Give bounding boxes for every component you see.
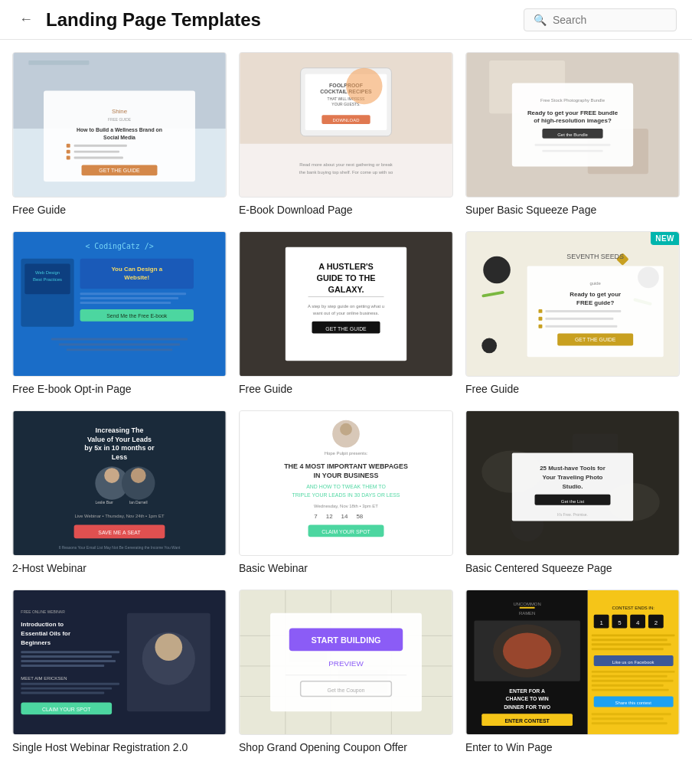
template-name-single-host-webinar: Single Host Webinar Registration 2.0 [12, 741, 227, 753]
template-thumbnail-basic-centered-squeeze: 25 Must-have Tools for Your Traveling Ph… [465, 410, 680, 556]
template-card-basic-centered-squeeze[interactable]: 25 Must-have Tools for Your Traveling Ph… [465, 410, 680, 574]
svg-text:GET THE GUIDE: GET THE GUIDE [575, 337, 616, 342]
svg-text:Get the List: Get the List [561, 499, 585, 504]
svg-rect-9 [74, 145, 127, 147]
svg-text:Website!: Website! [124, 274, 149, 281]
svg-text:GALAXY.: GALAXY. [328, 285, 364, 294]
svg-rect-8 [67, 144, 70, 148]
svg-rect-56 [59, 343, 180, 345]
svg-text:ENTER FOR A: ENTER FOR A [509, 688, 545, 694]
svg-text:Ian Darnell: Ian Darnell [129, 501, 148, 505]
svg-text:6 Reasons Your Email List May : 6 Reasons Your Email List May Not Be Gen… [59, 546, 181, 550]
svg-rect-85 [538, 325, 542, 328]
svg-text:CHANCE TO WIN: CHANCE TO WIN [505, 696, 548, 701]
svg-text:Social Media: Social Media [103, 135, 135, 140]
svg-rect-194 [592, 671, 675, 673]
svg-text:FREE guide?: FREE guide? [576, 299, 614, 306]
svg-text:Live Webinar • Thursday, Nov 2: Live Webinar • Thursday, Nov 24th • 1pm … [74, 514, 164, 518]
template-name-enter-to-win: Enter to Win Page [465, 741, 680, 753]
template-card-free-ebook-optin[interactable]: < CodingCatz /> Web Design Best Practice… [12, 231, 227, 395]
svg-rect-24 [346, 68, 382, 104]
svg-text:GUIDE TO THE: GUIDE TO THE [316, 273, 375, 283]
svg-text:CLAIM YOUR SPOT: CLAIM YOUR SPOT [42, 707, 91, 712]
template-thumbnail-ebook-download: FOOLPROOF COCKTAIL RECIPES THAT WILL IMP… [239, 52, 453, 198]
svg-text:Ready to get your: Ready to get your [570, 291, 621, 298]
svg-text:Less: Less [112, 453, 127, 461]
svg-text:YOUR GUESTS.: YOUR GUESTS. [331, 103, 360, 106]
svg-rect-10 [67, 150, 70, 154]
svg-point-97 [131, 468, 146, 483]
svg-text:Web Design: Web Design [35, 270, 60, 275]
svg-rect-50 [80, 292, 187, 295]
svg-text:want out of your online busine: want out of your online business. [312, 311, 380, 315]
svg-rect-57 [67, 348, 173, 351]
svg-rect-189 [592, 639, 668, 641]
svg-text:Best Practices: Best Practices [33, 277, 62, 282]
svg-rect-86 [545, 325, 617, 328]
template-card-two-host-webinar[interactable]: Increasing The Value of Your Leads by 5x… [12, 410, 227, 574]
svg-rect-11 [74, 151, 119, 153]
svg-text:GET THE GUIDE: GET THE GUIDE [99, 168, 140, 173]
template-name-basic-webinar: Basic Webinar [239, 562, 453, 574]
search-bar[interactable]: 🔍 [524, 8, 677, 31]
svg-rect-12 [67, 156, 70, 160]
svg-text:12: 12 [326, 514, 333, 521]
svg-rect-145 [21, 683, 119, 685]
svg-text:RAMEN: RAMEN [519, 611, 535, 616]
svg-text:DINNER FOR TWO: DINNER FOR TWO [504, 704, 551, 710]
svg-text:CLAIM YOUR SPOT: CLAIM YOUR SPOT [322, 529, 370, 534]
svg-text:Get the Coupon: Get the Coupon [328, 688, 365, 694]
template-card-basic-webinar[interactable]: Hope Pulpit presents: THE 4 MOST IMPORTA… [239, 410, 453, 574]
svg-text:Send Me the Free E-book: Send Me the Free E-book [106, 313, 168, 318]
svg-text:Share this contest: Share this contest [615, 701, 651, 705]
svg-text:guide: guide [589, 281, 601, 286]
svg-text:25 Must-have Tools for: 25 Must-have Tools for [540, 465, 606, 472]
svg-text:58: 58 [356, 514, 363, 521]
svg-text:DOWNLOAD: DOWNLOAD [333, 118, 360, 122]
svg-point-173 [503, 632, 551, 668]
svg-text:< CodingCatz />: < CodingCatz /> [85, 242, 153, 250]
svg-text:Ready to get your FREE bundle: Ready to get your FREE bundle [527, 109, 619, 116]
svg-text:AND HOW TO TWEAK THEM TO: AND HOW TO TWEAK THEM TO [306, 484, 386, 489]
template-card-enter-to-win[interactable]: UNCOMMON RAMEN ENTER FOR A CHANCE TO WIN… [465, 590, 680, 753]
svg-text:Studio.: Studio. [563, 483, 583, 490]
template-card-shop-grand-opening[interactable]: START BUILDING PREVIEW Get the Coupon Sh… [239, 590, 453, 753]
svg-rect-191 [592, 648, 664, 650]
template-thumbnail-free-ebook-optin: < CodingCatz /> Web Design Best Practice… [12, 231, 227, 377]
svg-rect-40 [542, 150, 602, 152]
svg-rect-197 [592, 684, 664, 687]
svg-text:Introduction to: Introduction to [21, 621, 64, 628]
svg-rect-51 [80, 297, 179, 299]
template-name-super-basic-squeeze: Super Basic Squeeze Page [465, 204, 680, 216]
svg-text:PREVIEW: PREVIEW [328, 659, 364, 668]
template-card-free-guide-2[interactable]: A HUSTLER'S GUIDE TO THE GALAXY. A step … [239, 231, 453, 395]
svg-rect-146 [21, 688, 112, 690]
svg-text:by 5x in 10 months or: by 5x in 10 months or [84, 444, 155, 452]
svg-text:14: 14 [341, 514, 348, 521]
search-input[interactable] [553, 14, 667, 26]
back-button[interactable]: ← [15, 9, 37, 31]
svg-text:5: 5 [618, 619, 622, 626]
template-thumbnail-enter-to-win: UNCOMMON RAMEN ENTER FOR A CHANCE TO WIN… [465, 590, 680, 735]
svg-text:Get the Bundle: Get the Bundle [557, 132, 588, 137]
svg-text:of high-resolution images?: of high-resolution images? [534, 117, 612, 124]
svg-rect-83 [538, 317, 542, 321]
svg-rect-52 [80, 302, 171, 304]
svg-point-72 [481, 338, 497, 354]
template-name-basic-centered-squeeze: Basic Centered Squeeze Page [465, 562, 680, 574]
svg-text:It's Free. Promise.: It's Free. Promise. [557, 513, 588, 517]
search-icon: 🔍 [534, 14, 547, 26]
template-card-super-basic-squeeze[interactable]: Free Stock Photography Bundle Ready to g… [465, 52, 680, 216]
template-card-free-guide-3[interactable]: SEVENTH SEEDS guide Ready to get your FR… [465, 231, 680, 395]
template-card-ebook-download[interactable]: FOOLPROOF COCKTAIL RECIPES THAT WILL IMP… [239, 52, 453, 216]
template-thumbnail-two-host-webinar: Increasing The Value of Your Leads by 5x… [12, 410, 227, 556]
svg-point-135 [155, 633, 183, 661]
template-thumbnail-shop-grand-opening: START BUILDING PREVIEW Get the Coupon [239, 590, 453, 735]
svg-rect-198 [592, 689, 669, 691]
template-card-single-host-webinar[interactable]: FREE ONLINE WEBINAR Introduction to Esse… [12, 590, 227, 753]
svg-text:4: 4 [636, 619, 640, 626]
template-card-free-guide-1[interactable]: Shine FREE GUIDE How to Build a Wellness… [12, 52, 227, 216]
svg-text:How to Build a Wellness Brand : How to Build a Wellness Brand on [77, 127, 162, 132]
svg-rect-143 [21, 665, 104, 667]
svg-point-106 [340, 423, 352, 436]
